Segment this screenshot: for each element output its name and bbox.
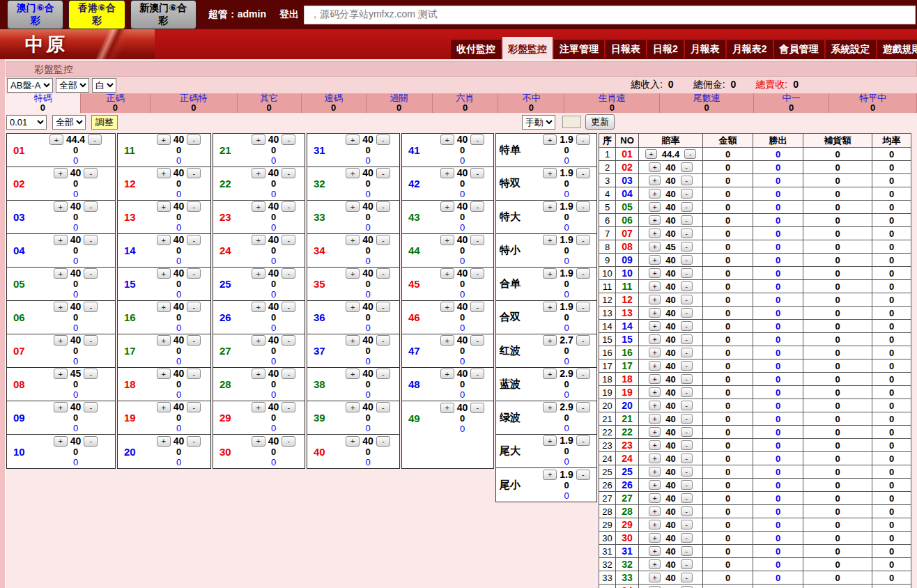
odds-minus-button[interactable]: - bbox=[187, 436, 201, 447]
odds-minus-button[interactable]: - bbox=[681, 374, 693, 384]
odds-minus-button[interactable]: - bbox=[187, 268, 201, 279]
mode-select[interactable]: 手動 bbox=[522, 115, 555, 130]
odds-plus-button[interactable]: + bbox=[54, 168, 68, 178]
odds-plus-button[interactable]: + bbox=[649, 255, 661, 265]
nav-tab[interactable]: 收付監控 bbox=[451, 40, 501, 59]
category-tab[interactable]: 特碼0 bbox=[6, 93, 81, 113]
odds-minus-button[interactable]: - bbox=[470, 369, 484, 379]
odds-plus-button[interactable]: + bbox=[649, 202, 661, 212]
odds-plus-button[interactable]: + bbox=[649, 493, 661, 503]
odds-minus-button[interactable]: - bbox=[376, 402, 390, 412]
odds-minus-button[interactable]: - bbox=[376, 235, 390, 245]
odds-minus-button[interactable]: - bbox=[470, 201, 484, 212]
odds-minus-button[interactable]: - bbox=[376, 369, 390, 379]
odds-minus-button[interactable]: - bbox=[681, 229, 693, 238]
odds-minus-button[interactable]: - bbox=[576, 201, 590, 212]
odds-minus-button[interactable]: - bbox=[376, 134, 390, 145]
category-tab[interactable]: 正碼特0 bbox=[151, 93, 238, 113]
odds-plus-button[interactable]: + bbox=[157, 369, 171, 379]
odds-minus-button[interactable]: - bbox=[84, 302, 98, 312]
odds-minus-button[interactable]: - bbox=[84, 436, 98, 447]
odds-plus-button[interactable]: + bbox=[440, 403, 454, 413]
odds-plus-button[interactable]: + bbox=[440, 134, 454, 145]
odds-plus-button[interactable]: + bbox=[543, 268, 557, 279]
odds-plus-button[interactable]: + bbox=[649, 348, 661, 357]
odds-minus-button[interactable]: - bbox=[187, 235, 201, 245]
odds-plus-button[interactable]: + bbox=[649, 559, 661, 569]
odds-minus-button[interactable]: - bbox=[681, 506, 693, 516]
odds-minus-button[interactable]: - bbox=[282, 302, 295, 312]
odds-plus-button[interactable]: + bbox=[543, 435, 557, 446]
odds-minus-button[interactable]: - bbox=[376, 302, 390, 312]
odds-minus-button[interactable]: - bbox=[681, 281, 693, 291]
odds-minus-button[interactable]: - bbox=[470, 235, 484, 245]
odds-minus-button[interactable]: - bbox=[681, 559, 693, 569]
odds-plus-button[interactable]: + bbox=[157, 201, 171, 212]
odds-plus-button[interactable]: + bbox=[649, 189, 661, 199]
odds-minus-button[interactable]: - bbox=[576, 435, 590, 446]
odds-minus-button[interactable]: - bbox=[84, 268, 98, 279]
odds-plus-button[interactable]: + bbox=[649, 414, 661, 424]
odds-minus-button[interactable]: - bbox=[576, 134, 590, 145]
odds-plus-button[interactable]: + bbox=[649, 533, 661, 543]
odds-plus-button[interactable]: + bbox=[346, 134, 360, 145]
odds-plus-button[interactable]: + bbox=[252, 268, 265, 279]
category-tab[interactable]: 生肖連0 bbox=[564, 93, 660, 113]
odds-plus-button[interactable]: + bbox=[252, 302, 265, 312]
odds-minus-button[interactable]: - bbox=[681, 520, 693, 529]
category-tab[interactable]: 過關0 bbox=[367, 93, 433, 113]
odds-plus-button[interactable]: + bbox=[649, 454, 661, 463]
odds-minus-button[interactable]: - bbox=[681, 480, 693, 490]
color-select[interactable]: 白 bbox=[92, 78, 116, 93]
odds-plus-button[interactable]: + bbox=[649, 295, 661, 304]
odds-plus-button[interactable]: + bbox=[252, 402, 265, 412]
nav-tab[interactable]: 會員管理 bbox=[774, 40, 824, 59]
odds-plus-button[interactable]: + bbox=[649, 480, 661, 490]
odds-plus-button[interactable]: + bbox=[543, 470, 557, 480]
odds-plus-button[interactable]: + bbox=[346, 369, 360, 379]
odds-plus-button[interactable]: + bbox=[157, 436, 171, 447]
odds-plus-button[interactable]: + bbox=[157, 168, 171, 178]
update-button[interactable]: 更新 bbox=[585, 114, 615, 130]
odds-plus-button[interactable]: + bbox=[252, 235, 265, 245]
odds-plus-button[interactable]: + bbox=[649, 281, 661, 291]
odds-minus-button[interactable]: - bbox=[681, 162, 693, 172]
odds-plus-button[interactable]: + bbox=[346, 235, 360, 245]
odds-plus-button[interactable]: + bbox=[649, 361, 661, 371]
category-tab[interactable]: 正碼0 bbox=[81, 93, 151, 113]
scope-select[interactable]: 全部 bbox=[56, 78, 89, 93]
odds-plus-button[interactable]: + bbox=[346, 268, 360, 279]
odds-minus-button[interactable]: - bbox=[282, 402, 295, 412]
odds-minus-button[interactable]: - bbox=[681, 387, 693, 397]
odds-minus-button[interactable]: - bbox=[681, 454, 693, 463]
category-tab[interactable]: 連碼0 bbox=[302, 93, 367, 113]
odds-minus-button[interactable]: - bbox=[376, 335, 390, 346]
adjust-scope-select[interactable]: 全部 bbox=[52, 115, 86, 130]
odds-minus-button[interactable]: - bbox=[282, 134, 295, 145]
odds-minus-button[interactable]: - bbox=[187, 402, 201, 412]
odds-minus-button[interactable]: - bbox=[576, 235, 590, 245]
odds-plus-button[interactable]: + bbox=[649, 506, 661, 516]
nav-tab[interactable]: 彩盤監控 bbox=[502, 37, 553, 59]
odds-plus-button[interactable]: + bbox=[54, 402, 68, 412]
odds-minus-button[interactable]: - bbox=[576, 168, 590, 178]
odds-plus-button[interactable]: + bbox=[54, 268, 68, 279]
odds-plus-button[interactable]: + bbox=[649, 387, 661, 397]
odds-plus-button[interactable]: + bbox=[252, 436, 265, 447]
odds-plus-button[interactable]: + bbox=[54, 436, 68, 447]
category-tab[interactable]: 特平中0 bbox=[829, 93, 917, 113]
odds-plus-button[interactable]: + bbox=[649, 334, 661, 344]
odds-plus-button[interactable]: + bbox=[649, 374, 661, 384]
odds-minus-button[interactable]: - bbox=[470, 134, 484, 145]
nav-tab[interactable]: 遊戲規則 bbox=[877, 40, 917, 59]
odds-plus-button[interactable]: + bbox=[440, 235, 454, 245]
odds-minus-button[interactable]: - bbox=[470, 168, 484, 178]
logout-link[interactable]: 登出 bbox=[279, 8, 299, 21]
odds-minus-button[interactable]: - bbox=[88, 134, 102, 145]
odds-plus-button[interactable]: + bbox=[54, 335, 68, 346]
odds-plus-button[interactable]: + bbox=[157, 235, 171, 245]
odds-plus-button[interactable]: + bbox=[54, 369, 68, 379]
odds-plus-button[interactable]: + bbox=[645, 149, 657, 159]
step-select[interactable]: 0.01 bbox=[6, 115, 47, 130]
odds-minus-button[interactable]: - bbox=[681, 268, 693, 278]
